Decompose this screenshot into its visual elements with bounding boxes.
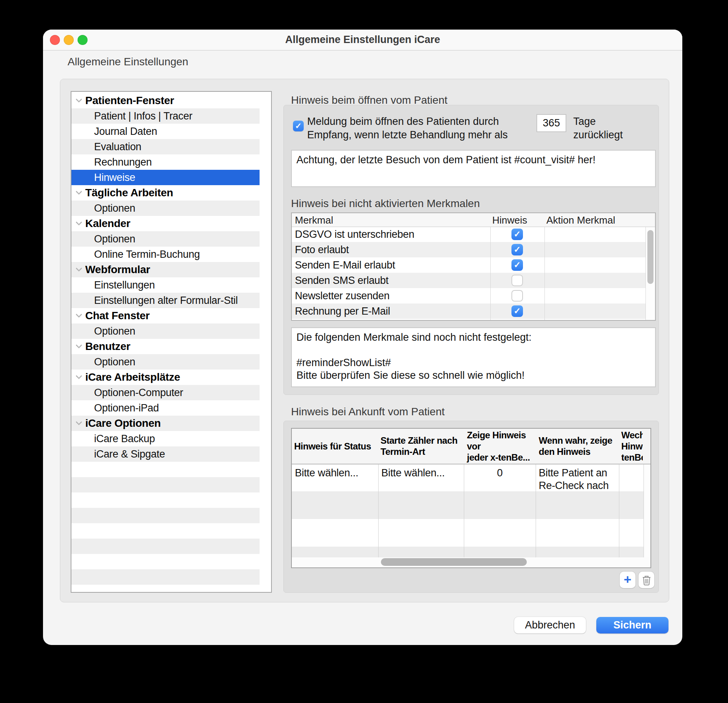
sidebar-item-label: iCare & Sipgate <box>94 448 165 460</box>
feature-row-senden-sms-erlaubt[interactable]: Senden SMS erlaubt <box>292 273 645 288</box>
sidebar-item-kalender[interactable]: Kalender <box>71 216 260 231</box>
sidebar-empty-row <box>71 585 260 593</box>
open-patient-message-textarea[interactable]: Achtung, der letzte Besuch von dem Patie… <box>291 150 656 187</box>
cell-x-value[interactable]: 0 <box>464 467 536 479</box>
sidebar-item-optionen[interactable]: Optionen <box>71 323 260 339</box>
chevron-down-icon <box>76 222 82 226</box>
sidebar-item-label: Tägliche Arbeiten <box>85 187 173 199</box>
sidebar-item-webformular[interactable]: Webformular <box>71 262 260 277</box>
sidebar-item-einstellungen[interactable]: Einstellungen <box>71 277 260 293</box>
hinweis-checkbox[interactable]: ✓ <box>511 244 523 255</box>
arrival-column-header-1: Hinweis für Status <box>294 441 371 452</box>
inactive-features-message-textarea[interactable]: Die folgenden Merkmale sind noch nicht f… <box>291 327 656 387</box>
sidebar-empty-row <box>71 492 260 508</box>
sidebar-item-icare-arbeitsplätze[interactable]: iCare Arbeitsplätze <box>71 370 260 385</box>
arrival-table-row[interactable] <box>292 547 650 557</box>
sidebar-item-optionen-computer[interactable]: Optionen-Computer <box>71 385 260 400</box>
section-title-patient-arrival: Hinweis bei Ankunft vom Patient <box>291 406 445 418</box>
feature-label: Rechnung per E-Mail <box>295 305 390 317</box>
sidebar-item-label: Einstellungen alter Formular-Stil <box>94 295 238 307</box>
sidebar-item-label: Online Termin-Buchung <box>94 249 200 260</box>
sidebar-item-optionen[interactable]: Optionen <box>71 201 260 216</box>
arrival-column-header-5: WechsHinwetenBe <box>621 429 643 463</box>
save-button[interactable]: Sichern <box>596 617 668 633</box>
hinweis-checkbox[interactable]: ✓ <box>511 305 523 317</box>
feature-label: Senden SMS erlaubt <box>295 275 389 287</box>
settings-window: Allgemeine Einstellungen iCare Allgemein… <box>43 30 682 645</box>
cell-wenn-wahr[interactable]: Bitte Patient an Re-Check nach <box>539 467 609 492</box>
days-threshold-input[interactable] <box>536 114 566 132</box>
close-window-button[interactable] <box>50 35 60 45</box>
sidebar-item-einstellungen-alter-formular-stil[interactable]: Einstellungen alter Formular-Stil <box>71 293 260 308</box>
horizontal-scrollbar-track[interactable] <box>292 557 650 567</box>
sidebar-item-label: Optionen <box>94 325 135 337</box>
sidebar-item-patienten-fenster[interactable]: Patienten-Fenster <box>71 93 260 108</box>
sidebar-item-rechnungen[interactable]: Rechnungen <box>71 154 260 170</box>
arrival-table-header: Hinweis für StatusStarte Zähler nachTerm… <box>292 429 650 464</box>
sidebar-item-hinweise[interactable]: Hinweise <box>71 170 260 185</box>
sidebar-empty-row <box>71 539 260 554</box>
sidebar-item-label: Journal Daten <box>94 126 157 138</box>
sidebar-item-label: Optionen-Computer <box>94 387 183 399</box>
plus-icon: + <box>624 573 632 586</box>
feature-table-header: Merkmal Hinweis Aktion Merkmal <box>292 213 655 227</box>
cell-hinweis-status[interactable]: Bitte wählen... <box>295 467 358 479</box>
hinweis-checkbox[interactable]: ✓ <box>511 259 523 271</box>
cell-termin-art[interactable]: Bitte wählen... <box>381 467 445 479</box>
hinweis-checkbox[interactable] <box>511 275 523 286</box>
column-divider <box>645 213 646 320</box>
sidebar-empty-row <box>71 554 260 569</box>
sidebar-item-label: Kalender <box>85 217 130 230</box>
sidebar-item-label: Rechnungen <box>94 156 152 168</box>
open-patient-warning-checkbox[interactable]: ✓ <box>293 121 304 131</box>
sidebar-item-label: iCare Optionen <box>85 417 161 429</box>
sidebar-item-label: Evaluation <box>94 141 141 153</box>
cancel-button[interactable]: Abbrechen <box>514 617 586 633</box>
sidebar-item-journal-daten[interactable]: Journal Daten <box>71 124 260 139</box>
minimize-window-button[interactable] <box>64 35 74 45</box>
sidebar-item-optionen-ipad[interactable]: Optionen-iPad <box>71 400 260 416</box>
column-header-aktion-merkmal: Aktion Merkmal <box>546 214 615 226</box>
feature-row-senden-e-mail-erlaubt[interactable]: Senden E-Mail erlaubt✓ <box>292 257 645 273</box>
sidebar-item-label: iCare Backup <box>94 433 155 445</box>
column-divider <box>544 213 545 320</box>
chevron-down-icon <box>76 314 82 318</box>
feature-row-rechnung-per-e-mail[interactable]: Rechnung per E-Mail✓ <box>292 303 645 319</box>
sidebar-item-label: Chat Fenster <box>85 310 150 322</box>
sidebar-item-label: Optionen-iPad <box>94 402 159 414</box>
delete-row-button[interactable] <box>639 572 654 588</box>
titlebar: Allgemeine Einstellungen iCare <box>43 30 682 51</box>
sidebar-item-icare-sipgate[interactable]: iCare & Sipgate <box>71 446 260 462</box>
add-row-button[interactable]: + <box>620 572 635 588</box>
sidebar-item-benutzer[interactable]: Benutzer <box>71 339 260 354</box>
sidebar-item-label: Hinweise <box>94 172 135 184</box>
sidebar-item-patient-infos-tracer[interactable]: Patient | Infos | Tracer <box>71 108 260 124</box>
trash-icon <box>642 575 652 585</box>
sidebar-item-icare-optionen[interactable]: iCare Optionen <box>71 416 260 431</box>
feature-row-newsletter-zusenden[interactable]: Newsletter zusenden <box>292 288 645 303</box>
sidebar-item-chat-fenster[interactable]: Chat Fenster <box>71 308 260 323</box>
sidebar-item-icare-backup[interactable]: iCare Backup <box>71 431 260 446</box>
chevron-down-icon <box>76 375 82 380</box>
sidebar-item-label: Webformular <box>85 264 150 276</box>
hinweis-checkbox[interactable]: ✓ <box>511 229 523 240</box>
sidebar-item-optionen[interactable]: Optionen <box>71 231 260 247</box>
arrival-table-row[interactable] <box>292 491 650 519</box>
sidebar-item-tägliche-arbeiten[interactable]: Tägliche Arbeiten <box>71 185 260 201</box>
arrival-table-row[interactable] <box>292 519 650 547</box>
feature-row-dsgvo-ist-unterschrieben[interactable]: DSGVO ist unterschrieben✓ <box>292 227 645 242</box>
sidebar-item-optionen[interactable]: Optionen <box>71 354 260 370</box>
feature-row-foto-erlaubt[interactable]: Foto erlaubt✓ <box>292 242 645 257</box>
sidebar-item-evaluation[interactable]: Evaluation <box>71 139 260 154</box>
sidebar-item-label: Optionen <box>94 233 135 245</box>
sidebar-empty-row <box>71 508 260 523</box>
arrival-column-header-2: Starte Zähler nachTermin-Art <box>381 435 457 457</box>
zoom-window-button[interactable] <box>78 35 88 45</box>
vertical-scrollbar-thumb[interactable] <box>647 230 654 284</box>
sidebar-item-online-termin-buchung[interactable]: Online Termin-Buchung <box>71 247 260 262</box>
sidebar-empty-row <box>71 462 260 477</box>
hinweis-checkbox[interactable] <box>511 290 523 302</box>
horizontal-scrollbar-thumb[interactable] <box>381 558 527 566</box>
sidebar-item-label: iCare Arbeitsplätze <box>85 371 180 383</box>
sidebar-empty-row <box>71 523 260 539</box>
